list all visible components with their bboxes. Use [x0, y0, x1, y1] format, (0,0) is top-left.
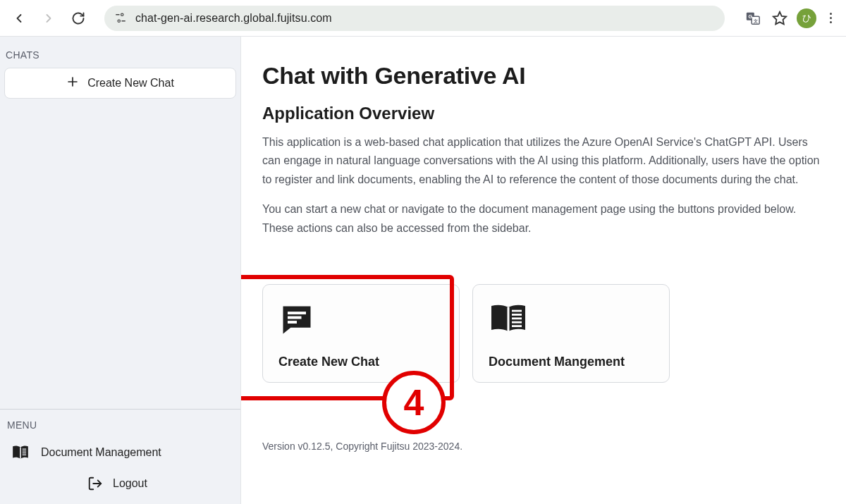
svg-rect-17: [288, 312, 306, 314]
logout-icon: [87, 476, 103, 491]
translate-icon[interactable]: G文: [744, 10, 761, 27]
logout-label: Logout: [113, 477, 147, 490]
card-new-chat-label: Create New Chat: [278, 355, 443, 369]
svg-rect-18: [288, 316, 302, 319]
svg-text:文: 文: [753, 18, 758, 23]
svg-point-1: [121, 13, 123, 16]
site-settings-icon[interactable]: [114, 12, 127, 25]
back-button[interactable]: [7, 6, 31, 30]
svg-rect-2: [122, 20, 125, 22]
doc-mgmt-label: Document Management: [41, 446, 161, 459]
browser-toolbar: chat-gen-ai.research.global.fujitsu.com …: [0, 0, 846, 37]
action-cards: Create New Chat Document Mangement: [262, 284, 825, 383]
chats-section-label: CHATS: [0, 37, 240, 68]
overview-heading: Application Overview: [262, 104, 825, 123]
new-chat-label: Create New Chat: [87, 77, 174, 90]
svg-rect-19: [288, 321, 297, 324]
sidebar-new-chat-button[interactable]: Create New Chat: [4, 68, 236, 99]
svg-text:G: G: [749, 13, 753, 20]
book-icon: [11, 443, 30, 462]
svg-marker-8: [773, 11, 786, 23]
card-new-chat[interactable]: Create New Chat: [262, 284, 460, 383]
extension-icons: G文: [744, 10, 788, 27]
address-bar[interactable]: chat-gen-ai.research.global.fujitsu.com: [104, 6, 725, 31]
callout-number: 4: [404, 381, 424, 424]
url-text: chat-gen-ai.research.global.fujitsu.com: [135, 12, 332, 25]
star-icon[interactable]: [771, 10, 788, 27]
chat-icon: [278, 302, 312, 336]
plus-icon: [66, 75, 79, 91]
page-title: Chat with Generative AI: [262, 62, 825, 90]
menu-section-label: MENU: [0, 410, 240, 436]
overview-paragraph-2: You can start a new chat or navigate to …: [262, 200, 825, 238]
card-doc-mgmt-label: Document Mangement: [489, 355, 654, 369]
avatar-initial: ひ: [802, 12, 811, 25]
book-open-icon: [489, 302, 522, 336]
sidebar-item-document-management[interactable]: Document Management: [0, 436, 240, 469]
svg-rect-0: [116, 14, 119, 16]
footer-version: Version v0.12.5, Copyright Fujitsu 2023-…: [262, 441, 825, 452]
profile-avatar[interactable]: ひ: [797, 8, 816, 28]
browser-menu-icon[interactable]: [822, 13, 839, 23]
forward-button[interactable]: [37, 6, 61, 30]
main-content: Chat with Generative AI Application Over…: [241, 37, 846, 504]
overview-paragraph-1: This application is a web-based chat app…: [262, 133, 825, 189]
sidebar-item-logout[interactable]: Logout: [0, 469, 240, 498]
sidebar: CHATS Create New Chat MENU Document Mana…: [0, 37, 241, 504]
card-document-management[interactable]: Document Mangement: [472, 284, 670, 383]
reload-button[interactable]: [66, 6, 90, 30]
svg-point-3: [118, 20, 120, 22]
